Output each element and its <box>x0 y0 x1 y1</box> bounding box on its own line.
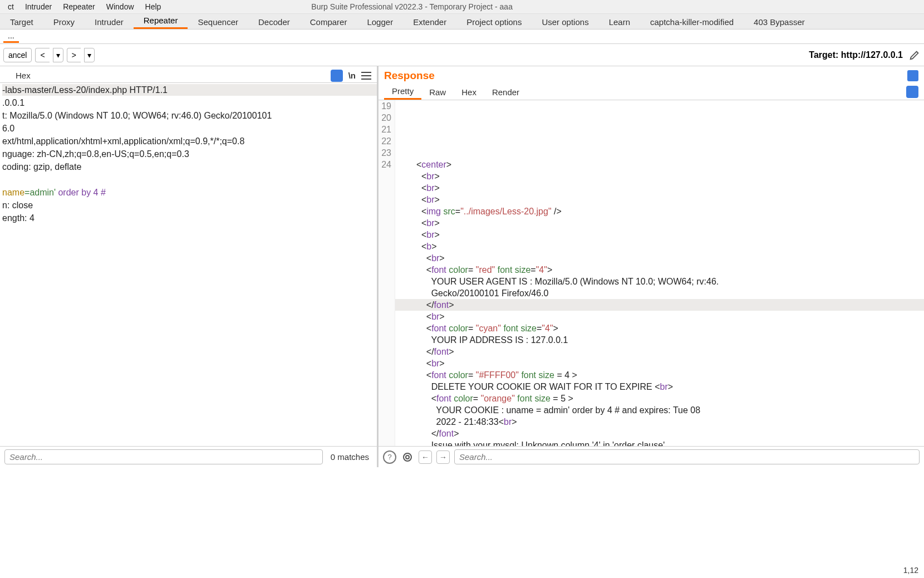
request-editor[interactable]: -labs-master/Less-20/index.php HTTP/1.1 … <box>0 83 377 446</box>
history-back-button[interactable]: < <box>35 48 49 62</box>
tab-learn[interactable]: Learn <box>599 15 640 29</box>
cancel-button[interactable]: ancel <box>3 48 32 62</box>
repeater-tab-1[interactable]: ... <box>3 30 19 43</box>
tab-intruder[interactable]: Intruder <box>85 15 134 29</box>
menubar: ct Intruder Repeater Window Help Burp Su… <box>0 0 924 14</box>
tab-403-bypasser[interactable]: 403 Bypasser <box>744 15 815 29</box>
request-pane: Hex \n -labs-master/Less-20/index.php HT… <box>0 66 379 467</box>
target-label: Target: <box>809 50 841 60</box>
history-back-group: < ▾ <box>35 48 66 62</box>
status-bar: 1,12 <box>898 565 924 578</box>
target-display: Target: http://127.0.0.1 <box>809 50 903 60</box>
tab-proxy[interactable]: Proxy <box>43 15 85 29</box>
menu-help[interactable]: Help <box>140 2 167 11</box>
response-tab-render[interactable]: Render <box>484 85 527 99</box>
request-search-input[interactable] <box>4 449 323 464</box>
response-tab-pretty[interactable]: Pretty <box>384 84 421 100</box>
response-inspector-icon[interactable] <box>906 86 918 98</box>
menu-project[interactable]: ct <box>2 2 19 11</box>
request-view-tabs: Hex \n <box>0 66 377 83</box>
response-title: Response <box>384 70 435 82</box>
newline-toggle-icon[interactable]: \n <box>348 71 356 80</box>
svg-point-0 <box>404 453 411 461</box>
request-tab-hex[interactable]: Hex <box>6 68 38 82</box>
response-body: <center> <br> <br> <br> <img src="../ima… <box>395 100 924 446</box>
edit-target-icon[interactable] <box>908 49 921 61</box>
tab-target[interactable]: Target <box>0 15 43 29</box>
target-value: http://127.0.0.1 <box>841 50 903 60</box>
tab-decoder[interactable]: Decoder <box>248 15 300 29</box>
tab-extender[interactable]: Extender <box>403 15 456 29</box>
control-bar: ancel < ▾ > ▾ Target: http://127.0.0.1 <box>0 44 924 66</box>
search-prev-button[interactable]: ← <box>419 450 432 464</box>
help-icon[interactable]: ? <box>383 450 396 464</box>
tab-repeater[interactable]: Repeater <box>134 13 188 29</box>
window-title: Burp Suite Professional v2022.3 - Tempor… <box>311 2 513 11</box>
tab-sequencer[interactable]: Sequencer <box>188 15 248 29</box>
inspector-toggle-icon[interactable] <box>331 70 343 82</box>
response-search-input[interactable] <box>454 449 920 464</box>
response-pane: Response Pretty Raw Hex Render 19 20 21 … <box>379 66 924 467</box>
history-forward-group: > ▾ <box>67 48 98 62</box>
response-editor[interactable]: 19 20 21 22 23 24 <center> <br> <br> <br… <box>379 100 924 446</box>
request-search-matches: 0 matches <box>327 452 372 462</box>
response-gutter: 19 20 21 22 23 24 <box>379 100 395 446</box>
menu-intruder[interactable]: Intruder <box>19 2 57 11</box>
history-forward-button[interactable]: > <box>67 48 81 62</box>
request-searchbar: 0 matches <box>0 446 377 467</box>
svg-point-1 <box>406 455 409 459</box>
tab-user-options[interactable]: User options <box>532 15 598 29</box>
menu-repeater[interactable]: Repeater <box>57 2 101 11</box>
response-view-tabs: Pretty Raw Hex Render <box>379 82 924 100</box>
hamburger-icon[interactable] <box>361 72 371 80</box>
cursor-position: 1,12 <box>903 566 918 575</box>
editor-panes: Hex \n -labs-master/Less-20/index.php HT… <box>0 66 924 467</box>
layout-toggle-icon[interactable] <box>907 70 918 81</box>
tab-logger[interactable]: Logger <box>357 15 403 29</box>
gear-icon[interactable] <box>401 450 414 464</box>
tool-tabs: Target Proxy Intruder Repeater Sequencer… <box>0 14 924 30</box>
tab-project-options[interactable]: Project options <box>456 15 532 29</box>
response-tab-raw[interactable]: Raw <box>421 85 454 99</box>
history-back-dropdown[interactable]: ▾ <box>53 48 63 62</box>
menu-window[interactable]: Window <box>101 2 140 11</box>
response-searchbar: ? ← → <box>379 446 924 467</box>
history-forward-dropdown[interactable]: ▾ <box>84 48 95 62</box>
tab-captcha-killer[interactable]: captcha-killer-modified <box>640 15 744 29</box>
response-tab-hex[interactable]: Hex <box>454 85 484 99</box>
search-next-button[interactable]: → <box>436 450 450 464</box>
tab-comparer[interactable]: Comparer <box>300 15 357 29</box>
repeater-subtabs: ... <box>0 30 924 44</box>
